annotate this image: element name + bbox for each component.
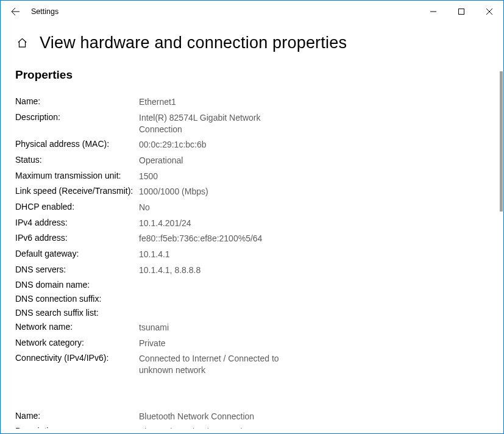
back-button[interactable] [5,1,25,23]
scrollbar-thumb[interactable] [500,71,503,212]
property-label: DNS connection suffix: [15,294,139,304]
property-label: DNS search suffix list: [15,308,139,318]
property-label: Description: [15,426,139,429]
property-row: Status: Operational [15,155,489,166]
property-value: tsunami [139,322,169,333]
property-row: DNS search suffix list: [15,308,489,318]
property-value: Private [139,338,166,349]
property-row: Network name: tsunami [15,322,489,333]
property-row: Network category: Private [15,338,489,349]
maximize-button[interactable] [447,1,475,23]
property-label: Name: [15,96,139,108]
section-heading: Properties [15,68,489,82]
property-label: Connectivity (IPv4/IPv6): [15,353,139,376]
property-value: No [139,202,150,213]
close-icon [486,9,492,15]
home-button[interactable] [15,37,29,49]
titlebar: Settings [1,1,503,23]
property-label: Network name: [15,322,139,333]
property-value: 10.1.4.1 [139,249,170,260]
page-title: View hardware and connection properties [40,34,347,52]
property-value: 1500 [139,171,158,182]
property-row: Default gateway: 10.1.4.1 [15,249,489,260]
property-row: Name: Bluetooth Network Connection [15,411,489,422]
property-label: DNS domain name: [15,280,139,290]
property-label: DNS servers: [15,265,139,276]
property-row: DNS connection suffix: [15,294,489,304]
content-area: Properties Name: Ethernet1 Description: … [1,68,503,429]
property-label: Status: [15,155,139,166]
property-value: Operational [139,155,183,166]
property-label: IPv6 address: [15,233,139,244]
maximize-icon [458,9,464,15]
property-row: Link speed (Receive/Transmit): 1000/1000… [15,186,489,197]
close-button[interactable] [475,1,503,23]
property-label: Default gateway: [15,249,139,260]
property-row: Connectivity (IPv4/IPv6): Connected to I… [15,353,489,376]
arrow-left-icon [10,7,20,16]
property-row: IPv6 address: fe80::f5eb:736c:ef8e:2100%… [15,233,489,244]
minimize-button[interactable] [419,1,447,23]
page-header: View hardware and connection properties [1,23,503,68]
property-label: Description: [15,112,139,135]
minimize-icon [430,9,436,15]
property-value: 10.1.4.1, 8.8.8.8 [139,265,201,276]
property-label: Name: [15,411,139,422]
svg-rect-0 [459,9,464,15]
property-value: Intel(R) 82574L Gigabit Network Connecti… [139,112,303,135]
property-row: Physical address (MAC): 00:0c:29:1c:bc:6… [15,139,489,151]
home-icon [16,37,28,49]
window-title: Settings [31,7,59,16]
property-row: Maximum transmission unit: 1500 [15,171,489,182]
property-value: 1000/1000 (Mbps) [139,186,208,197]
property-label: IPv4 address: [15,218,139,229]
property-label: DHCP enabled: [15,202,139,213]
property-label: Link speed (Receive/Transmit): [15,186,139,197]
property-row: Description: Intel(R) 82574L Gigabit Net… [15,112,489,135]
property-row: IPv4 address: 10.1.4.201/24 [15,218,489,229]
property-value: Connected to Internet / Connected to unk… [139,353,303,376]
window-controls [419,1,503,23]
property-label: Maximum transmission unit: [15,171,139,182]
property-value: Ethernet1 [139,96,176,108]
property-row: Description: Bluetooth Device (Personal … [15,426,489,429]
property-label: Network category: [15,338,139,349]
property-value: fe80::f5eb:736c:ef8e:2100%5/64 [139,233,262,244]
property-row: Name: Ethernet1 [15,96,489,108]
property-row: DNS servers: 10.1.4.1, 8.8.8.8 [15,265,489,276]
property-value: Bluetooth Network Connection [139,411,254,422]
property-value: 10.1.4.201/24 [139,218,191,229]
property-label: Physical address (MAC): [15,139,139,151]
property-row: DHCP enabled: No [15,202,489,213]
adapter-separator [15,380,489,411]
property-value: Bluetooth Device (Personal Area [139,426,262,429]
property-value: 00:0c:29:1c:bc:6b [139,139,207,151]
property-row: DNS domain name: [15,280,489,290]
